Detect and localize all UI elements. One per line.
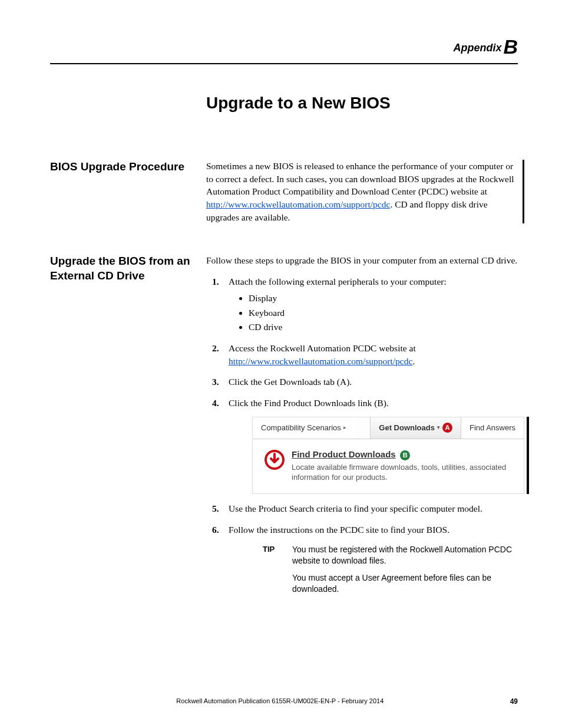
screenshot-body: Find Product Downloads B Locate availabl… — [253, 439, 524, 493]
section-heading: BIOS Upgrade Procedure — [50, 160, 206, 174]
section-heading: Upgrade the BIOS from an External CD Dri… — [50, 254, 206, 283]
paragraph: Sometimes a new BIOS is released to enha… — [206, 160, 524, 223]
bullet-display: Display — [249, 292, 524, 305]
bullet-keyboard: Keyboard — [249, 307, 524, 319]
appendix-word: Appendix — [453, 42, 501, 54]
download-icon — [265, 449, 292, 483]
page-number: 49 — [510, 697, 518, 706]
tip-block: TIP You must be registered with the Rock… — [263, 544, 524, 601]
tip-paragraph-2: You must accept a User Agreement before … — [292, 572, 524, 595]
callout-marker-b: B — [400, 450, 410, 460]
callout-marker-a: A — [442, 423, 452, 433]
step-1: Attach the following external peripheral… — [217, 275, 524, 334]
text: Sometimes a new BIOS is released to enha… — [206, 161, 514, 196]
peripheral-bullets: Display Keyboard CD drive — [229, 292, 524, 334]
section-upgrade-from-cd: Upgrade the BIOS from an External CD Dri… — [50, 254, 518, 608]
step-4: Click the Find Product Downloads link (B… — [217, 397, 524, 494]
step-text: . — [412, 356, 415, 366]
page-title: Upgrade to a New BIOS — [206, 94, 518, 113]
running-header: AppendixB — [50, 35, 518, 63]
step-text: Click the Find Product Downloads link (B… — [229, 398, 389, 408]
tab-label: Get Downloads — [379, 423, 435, 433]
tip-label: TIP — [263, 544, 292, 601]
tabs-row: Compatibility Scenarios▸ Get Downloads▾ … — [253, 417, 524, 439]
step-text: Follow the instructions on the PCDC site… — [229, 525, 449, 535]
step-5: Use the Product Search criteria to find … — [217, 502, 524, 515]
appendix-letter: B — [503, 35, 518, 58]
tab-get-downloads[interactable]: Get Downloads▾ A — [370, 417, 461, 439]
screenshot-text: Find Product Downloads B Locate availabl… — [292, 449, 515, 483]
pcdc-link[interactable]: http://www.rockwellautomation.com/suppor… — [206, 199, 390, 209]
pcdc-screenshot: Compatibility Scenarios▸ Get Downloads▾ … — [252, 417, 524, 494]
change-bar: Compatibility Scenarios▸ Get Downloads▾ … — [229, 417, 529, 494]
intro-paragraph: Follow these steps to upgrade the BIOS i… — [206, 254, 524, 267]
tab-compatibility-scenarios[interactable]: Compatibility Scenarios▸ — [253, 417, 355, 439]
section-body: Sometimes a new BIOS is released to enha… — [206, 160, 518, 230]
step-6: Follow the instructions on the PCDC site… — [217, 523, 524, 601]
page-footer: Rockwell Automation Publication 6155R-UM… — [50, 697, 518, 706]
tab-label: Compatibility Scenarios — [261, 423, 341, 433]
tip-paragraph-1: You must be registered with the Rockwell… — [292, 544, 524, 566]
tab-label: Find Answers — [470, 423, 515, 433]
section-bios-upgrade-procedure: BIOS Upgrade Procedure Sometimes a new B… — [50, 160, 518, 230]
step-3: Click the Get Downloads tab (A). — [217, 375, 524, 388]
steps-list: Attach the following external peripheral… — [206, 275, 524, 601]
pcdc-link-2[interactable]: http://www.rockwellautomation.com/suppor… — [229, 356, 412, 366]
publication-info: Rockwell Automation Publication 6155R-UM… — [50, 697, 510, 706]
tip-body: You must be registered with the Rockwell… — [292, 544, 524, 601]
chevron-down-icon: ▾ — [437, 424, 440, 431]
section-body: Follow these steps to upgrade the BIOS i… — [206, 254, 524, 608]
find-product-downloads-link[interactable]: Find Product Downloads — [292, 449, 396, 459]
step-text: Access the Rockwell Automation PCDC webs… — [229, 343, 416, 353]
tab-find-answers[interactable]: Find Answers — [461, 417, 524, 439]
chevron-right-icon: ▸ — [343, 424, 346, 431]
screenshot-subtext: Locate available firmware downloads, too… — [292, 462, 515, 483]
step-text: Attach the following external peripheral… — [229, 276, 447, 286]
bullet-cd-drive: CD drive — [249, 321, 524, 334]
header-rule — [50, 63, 518, 64]
step-2: Access the Rockwell Automation PCDC webs… — [217, 342, 524, 367]
